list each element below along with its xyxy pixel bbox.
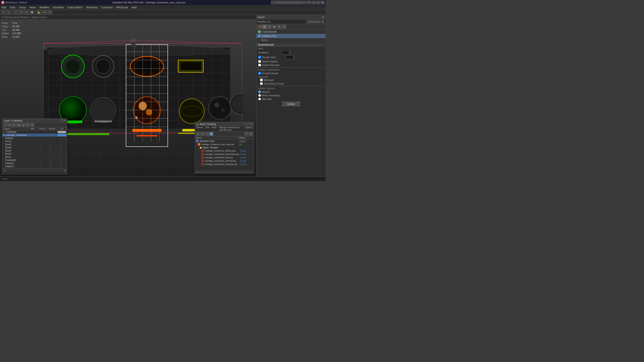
align-button[interactable]: ⊡ [48, 10, 52, 14]
smooth-result-checkbox[interactable] [258, 72, 261, 75]
scale-button[interactable]: ⬟ [30, 10, 34, 14]
layer-select-btn[interactable]: ◆ [17, 123, 21, 127]
layer-item-door1[interactable]: Door1 — — — [2, 156, 67, 159]
asset-item-normal[interactable]: Garbage_containeres_Normal.png Found [195, 159, 254, 163]
modifier-editpoly[interactable]: EP Editable Poly [256, 34, 326, 38]
motion-icon[interactable]: ▶ [272, 25, 276, 29]
layer-item-creped2[interactable]: Creped 2 — — — [2, 165, 67, 168]
utilities-icon[interactable]: 🔧 [282, 25, 286, 29]
hierarchy-icon[interactable]: ☰ [267, 25, 272, 29]
materials-checkbox[interactable] [260, 79, 263, 81]
asset-menu-file[interactable]: File [204, 126, 210, 131]
menu-maxscript[interactable]: MAXScript [115, 5, 130, 10]
layer-item-door3[interactable]: Door3 — — — [2, 152, 67, 156]
layer-scroll-left[interactable]: ◀ [3, 169, 5, 172]
pin-icon[interactable]: 📌 [258, 25, 262, 29]
asset-menu-server[interactable]: Server [195, 126, 204, 131]
asset-settings-btn[interactable]: ⚙ [249, 132, 253, 136]
asset-panel-restore[interactable]: □ [248, 122, 250, 125]
layer-item-door2[interactable]: Door2 — — — [2, 140, 67, 143]
asset-item-maps[interactable]: 📁 Maps / Shaders [195, 146, 254, 149]
select-button[interactable]: ⬛ [14, 10, 18, 14]
layer-scroll-right[interactable]: ▶ [64, 169, 66, 172]
layer-settings-btn[interactable]: ⚙ [30, 123, 34, 127]
layer-panel-close[interactable]: ✕ [64, 119, 66, 122]
layer-name-partition: Partition [5, 137, 35, 139]
menu-animation[interactable]: Animation [51, 5, 66, 10]
asset-item-vault[interactable]: V Autodesk Vault Logged [195, 139, 254, 143]
help-button[interactable]: ? [307, 1, 311, 4]
modifier-turbosmooth[interactable]: TS TurboSmooth [256, 30, 326, 34]
rotate-button[interactable]: ↻ [24, 10, 29, 14]
scroll-right[interactable]: ▶ [251, 171, 253, 173]
layer-item-door4[interactable]: Door4 — — — [2, 149, 67, 152]
menu-modifiers[interactable]: Modifiers [38, 5, 51, 10]
asset-tree-btn[interactable]: ▤ [209, 132, 213, 136]
layer-item-partition[interactable]: Partition — — — [2, 137, 67, 140]
iterations-input[interactable] [282, 51, 291, 54]
smoothing-groups-checkbox[interactable] [260, 82, 263, 85]
close-button[interactable]: ✕ [321, 1, 325, 4]
undo-button[interactable]: ↩ [1, 10, 6, 14]
layer-item-default[interactable]: ✔ 0 (default) — — — [2, 130, 67, 134]
maps-icon: 📁 [200, 147, 202, 149]
layer-panel-help[interactable]: ? [61, 119, 62, 122]
layer-item-garbage-containers[interactable]: ▶ Garbage_Containers — — — [2, 134, 67, 137]
asset-menu-options[interactable]: Options [244, 126, 254, 131]
asset-item-specular[interactable]: Garbage_containeres_Specular.png Found [195, 163, 254, 166]
display-icon[interactable]: 👁 [277, 25, 282, 29]
layer-item-framework[interactable]: Framework — — — [2, 159, 67, 162]
mirror-button[interactable]: ⟺ [42, 10, 47, 14]
minimize-button[interactable]: – [312, 1, 316, 4]
asset-item-ior[interactable]: Garbage_containeres_IOR.png Found [195, 156, 254, 159]
update-button[interactable]: Update [282, 102, 300, 106]
redo-button[interactable]: ↪ [6, 10, 11, 14]
asset-list-btn[interactable]: ≡ [205, 132, 209, 136]
snap-button[interactable]: 📐 [37, 10, 42, 14]
menu-help[interactable]: Help [130, 5, 139, 10]
layer-item-creped1[interactable]: Creped 1 — — — [2, 162, 67, 165]
asset-view-btn[interactable]: ☰ [200, 132, 204, 136]
layer-new-btn[interactable]: + [3, 123, 8, 127]
menu-edit[interactable]: Edit [0, 5, 8, 10]
move-button[interactable]: ✛ [19, 10, 24, 14]
asset-panel-minimize[interactable]: — [245, 122, 247, 125]
explicit-normals-checkbox[interactable] [258, 64, 261, 66]
menu-graph-editors[interactable]: Graph Editors [66, 5, 84, 10]
maximize-button[interactable]: □ [316, 1, 320, 4]
layer-item-door5[interactable]: Door5 — — — [2, 146, 67, 149]
layer-item-gc2[interactable]: Garbage_Containers — — — [2, 168, 67, 168]
menu-tools[interactable]: Tools [8, 5, 17, 10]
manually-radio[interactable] [258, 98, 261, 100]
asset-menu-bitmap[interactable]: Bitmap Performance and Memory [218, 126, 243, 131]
col-status: Status [238, 136, 254, 139]
always-radio[interactable] [258, 90, 261, 93]
search-box[interactable]: Type a keyword or phrase [271, 1, 307, 4]
asset-help-btn[interactable]: ? [244, 132, 248, 136]
layer-up-btn[interactable]: ▲ [21, 123, 25, 127]
asset-item-diffuse[interactable]: Garbage_containeres_Diffuse.png Found [195, 149, 254, 153]
when-rendering-radio[interactable] [258, 94, 261, 97]
isoline-checkbox[interactable] [258, 60, 261, 63]
modifier-dropdown[interactable]: TurboSmooth [306, 20, 325, 23]
layer-item-door6[interactable]: Door6 — — — [2, 143, 67, 146]
asset-item-max-file[interactable]: M Garbage_Containers_max_vray.max Ok [195, 143, 254, 146]
modifier-vertex[interactable]: Vertex [256, 38, 326, 42]
menu-rendering[interactable]: Rendering [84, 5, 100, 10]
asset-scrollbar[interactable]: ◀ ▶ [195, 171, 254, 173]
render-iters-checkbox[interactable] [258, 56, 261, 58]
menu-group[interactable]: Group [17, 5, 28, 10]
modifier-icon[interactable]: ⊞ [262, 25, 267, 29]
viewport-label: [+] [Perspective] [Shaded + Edged Faces] [1, 16, 47, 18]
asset-panel-close[interactable]: ✕ [250, 122, 252, 125]
scroll-left[interactable]: ◀ [196, 171, 198, 173]
asset-refresh-btn[interactable]: ↻ [196, 132, 200, 136]
layer-delete-btn[interactable]: ✕ [8, 123, 12, 127]
menu-customize[interactable]: Customize [100, 5, 115, 10]
layer-add-btn[interactable]: ⊕ [12, 123, 16, 127]
asset-item-glossiness[interactable]: Garbage_containeres_Glossiness.png Found [195, 153, 254, 156]
layer-down-btn[interactable]: ▼ [26, 123, 30, 127]
menu-views[interactable]: Views [28, 5, 38, 10]
asset-menu-path[interactable]: Path [211, 126, 218, 131]
render-iters-input[interactable] [286, 55, 295, 59]
